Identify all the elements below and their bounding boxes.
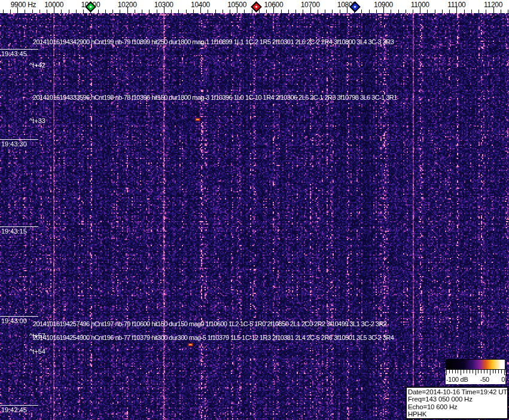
time-label: 19:43:30 [1,140,27,148]
db-color-scale: -100 dB -50 0 [446,359,505,384]
freq-label: 11000 [411,1,429,9]
time-label: 19:43:00 [1,317,27,324]
edge-mark: ` [1,117,4,124]
info-station-id: HPHK [408,410,506,418]
db-ruler-tick [470,370,470,373]
time-annotation: ^t+42 [29,62,45,69]
event-log-line: 20141016194342900 hCnt199 nb-79 f10899 h… [33,38,394,45]
db-ruler-tick [464,370,464,373]
db-label-min: -100 dB [446,376,468,384]
db-ruler-tick [504,370,505,375]
db-label-max: 0 [501,376,505,384]
status-info-box: Date=2014-10-16 Time=19:42 UTC Freq=143 … [406,387,508,419]
marker-core [89,5,92,8]
time-label: 19:43:45 [1,50,27,57]
db-ruler-tick [461,370,461,375]
time-tick-line [0,316,38,317]
info-date-time: Date=2014-10-16 Time=19:42 UTC [408,388,506,396]
db-ruler-tick [484,370,484,373]
db-ruler-tick [449,370,450,373]
time-label: 19:43:15 [1,228,27,235]
db-ruler-tick [481,370,481,373]
edge-mark: ` [1,347,4,354]
db-ruler-tick [495,370,496,373]
edge-mark: ` [1,94,4,102]
freq-label: 11200 [484,1,502,9]
marker-core [255,5,257,8]
db-ruler-tick [501,370,502,373]
color-gradient-bar [446,359,505,370]
db-ruler-tick [455,370,456,373]
marker-core [353,5,356,8]
db-ruler-labels: -100 dB -50 0 [446,376,505,384]
freq-label: 10600 [264,1,283,9]
db-ruler-tick [473,370,473,373]
time-tick-line [0,226,38,227]
spectrogram-display: 9900 Hz100001010010200103001040010500106… [0,0,509,420]
db-ruler-tick [498,370,499,373]
event-log-line: 20141016194254900 hCnt196 nb-77 f10379 h… [33,334,394,341]
db-ruler-tick [476,370,476,375]
event-log-line: 20141016194333596 hCnt198 nb-78 f10396 h… [33,94,397,101]
time-tick-line [0,49,38,50]
time-annotation: ^t+57 [29,332,45,339]
db-ruler-tick [478,370,478,373]
db-ruler-tick [446,370,447,375]
freq-label: 9900 Hz [11,1,36,9]
time-tick-line [0,405,38,406]
db-ruler-tick [490,370,490,375]
time-annotation: ^t+33 [29,117,45,124]
db-ruler-tick [458,370,458,373]
db-ruler-tick [467,370,467,373]
time-tick-line [0,139,38,140]
spectrogram-canvas [0,13,509,420]
freq-label: 10700 [301,1,320,9]
edge-mark: ` [1,36,4,43]
edge-mark: ` [1,62,4,69]
freq-label: 10200 [118,1,137,9]
db-ruler-tick [452,370,453,373]
edge-mark: ` [1,332,4,339]
time-label: 19:42:45 [1,406,27,413]
freq-label: 10300 [154,1,173,9]
info-echo-frequency: Echo=10 600 Hz [408,403,506,410]
freq-label: 10000 [44,1,63,9]
freq-label: 10900 [374,1,393,9]
frequency-axis: 9900 Hz100001010010200103001040010500106… [0,0,509,13]
db-ruler-tick [493,370,493,373]
freq-label: 11100 [447,1,465,9]
info-frequency: Freq=143 050 000 Hz [408,396,506,403]
freq-label: 10500 [227,1,246,9]
db-label-mid: -50 [480,376,489,384]
db-ruler [446,370,505,376]
db-ruler-tick [487,370,487,373]
event-log-line: 20141016194257496 hCnt197 nb-79 f10600 h… [33,320,386,327]
freq-label: 10400 [191,1,210,9]
time-annotation: ^t+54 [29,348,45,355]
